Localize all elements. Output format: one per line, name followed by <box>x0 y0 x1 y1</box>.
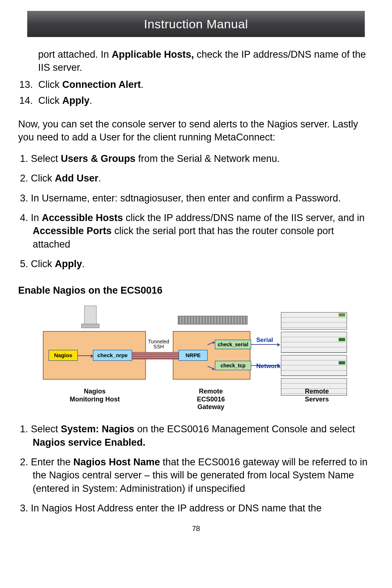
node-check-tcp: check_tcp <box>215 361 251 370</box>
label-serial: Serial <box>256 336 273 344</box>
list-item: 1. Select Users & Groups from the Serial… <box>18 152 374 165</box>
arrow-icon <box>78 355 93 356</box>
nagios-diagram: Nagios check_nrpe NRPE check_serial chec… <box>38 303 347 412</box>
label-network: Network <box>256 362 281 371</box>
server-tower-icon <box>78 303 103 330</box>
list-item: 3. In Username, enter: sdtnagiosuser, th… <box>18 192 374 205</box>
list-item: 13. Click Connection Alert. <box>18 78 374 91</box>
list-item: 14. Click Apply. <box>18 94 374 107</box>
header-title: Instruction Manual <box>144 17 248 31</box>
list-b: 1. Select Users & Groups from the Serial… <box>18 152 374 271</box>
section-heading: Enable Nagios on the ECS0016 <box>18 284 374 297</box>
paragraph: Now, you can set the console server to s… <box>18 118 374 144</box>
intro-continuation: port attached. In Applicable Hosts, chec… <box>18 48 374 74</box>
node-nagios: Nagios <box>49 350 78 361</box>
label-tunneled-ssh: Tunneled SSH <box>144 339 173 349</box>
node-check-serial: check_serial <box>215 340 251 349</box>
ssh-tunnel-band <box>132 352 179 359</box>
list-item: 2. Click Add User. <box>18 172 374 185</box>
list-item: 5. Click Apply. <box>18 257 374 270</box>
list-a: 13. Click Connection Alert. 14. Click Ap… <box>18 78 374 107</box>
rack-server-icon <box>281 355 347 376</box>
list-item: 1. Select System: Nagios on the ECS0016 … <box>18 422 374 449</box>
caption-gateway: Remote ECS0016 Gateway <box>184 388 238 411</box>
rack-switch-icon <box>178 316 248 324</box>
list-item: 2. Enter the Nagios Host Name that the E… <box>18 456 374 495</box>
list-c: 1. Select System: Nagios on the ECS0016 … <box>18 422 374 515</box>
rack-server-icon <box>281 312 347 330</box>
list-item: 4. In Accessible Hosts click the IP addr… <box>18 211 374 251</box>
caption-nagios-host: Nagios Monitoring Host <box>60 388 129 403</box>
caption-remote-servers: Remote Servers <box>293 388 340 403</box>
rack-server-icon <box>281 332 347 353</box>
page-number: 78 <box>18 524 374 534</box>
node-check-nrpe: check_nrpe <box>93 350 132 361</box>
list-item: 3. In Nagios Host Address enter the IP a… <box>18 502 374 515</box>
node-nrpe: NRPE <box>179 350 208 361</box>
header-bar: Instruction Manual <box>27 11 365 37</box>
